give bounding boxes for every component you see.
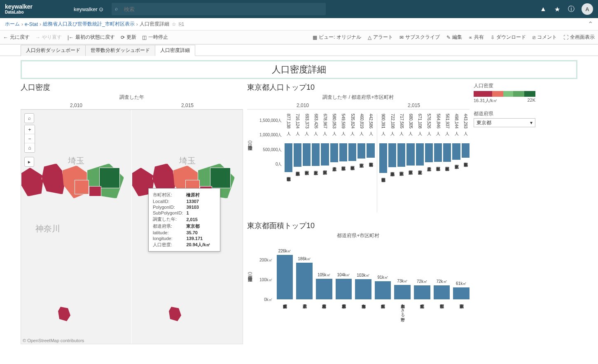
bar-value-label: 72k㎡	[417, 279, 427, 285]
bar[interactable]: 443,293人 東京都葛飾区	[462, 114, 470, 196]
bar[interactable]: 678,967人 東京都江戸川区	[321, 114, 329, 204]
undo-label: 元に戻す	[10, 34, 30, 41]
bar[interactable]: 61k㎡ 東京都大田区	[453, 247, 470, 334]
bar[interactable]: 580,053人 東京都八王子市	[330, 114, 338, 201]
bar-value-label: 722,108人	[390, 114, 395, 142]
star-icon[interactable]: ★	[554, 5, 561, 13]
bar[interactable]: 442,586人 東京都葛飾区	[367, 114, 374, 196]
refresh-label: 更新	[126, 34, 136, 41]
bar-value-label: 580,053人	[331, 114, 337, 142]
bar-value-label: 104k㎡	[337, 272, 350, 278]
pause-button[interactable]: ◫一時停止	[142, 34, 168, 41]
zoom-in-button[interactable]: +	[25, 125, 35, 134]
bar[interactable]: 693,373人 東京都大田区	[303, 114, 311, 205]
tab-density-detail[interactable]: 人口密度詳細	[155, 45, 195, 56]
bar[interactable]: 460,819人 東京都江東区	[357, 114, 365, 197]
bar[interactable]: 498,144人 東京都江東区	[452, 114, 460, 198]
collapse-icon[interactable]: ⌃	[588, 20, 593, 28]
bar-category-label: 東京都足立区	[313, 168, 319, 205]
bar[interactable]: 900,391人 東京都世田谷区	[379, 114, 387, 212]
bc-sep: ›	[21, 21, 23, 27]
page-title: 人口密度詳細	[21, 60, 577, 79]
bar-rect	[452, 143, 460, 160]
map-2010[interactable]: 埼玉 神奈川	[21, 110, 132, 344]
bar[interactable]: 683,426人 東京都足立区	[312, 114, 320, 205]
view-label: ビュー: オリジナル	[319, 34, 361, 41]
info-icon[interactable]: ⓘ	[568, 5, 575, 13]
bar[interactable]: 72k㎡ 東京都八丈町	[414, 247, 430, 334]
bar-category-label: 東京都練馬区	[294, 168, 300, 205]
bar-category-label: 東京都江戸川区	[408, 167, 413, 204]
edit-button[interactable]: ✎編集	[446, 34, 462, 41]
alert-icon[interactable]: ▲	[540, 5, 547, 13]
download-icon: ⇩	[491, 35, 495, 40]
subscribe-button[interactable]: ✉サブスクライブ	[399, 34, 440, 41]
filter-value: 東京都	[477, 119, 491, 126]
org-name: keywalker	[74, 6, 98, 12]
chart2[interactable]: 面積(重複排除) 200k㎡ 100k㎡ 0k㎡ 226k㎡ 東京都奥多摩町 1…	[247, 243, 470, 338]
revert-button[interactable]: |←最初の状態に戻す	[68, 34, 115, 41]
map-section-title: 人口密度	[21, 82, 243, 92]
bar[interactable]: 680,305人 東京都江戸川区	[406, 114, 414, 204]
bar[interactable]: 549,569人 東京都杉並区	[339, 114, 347, 200]
share-button[interactable]: ∝共有	[469, 34, 484, 41]
bc-sep: ›	[40, 21, 41, 27]
bar-category-label: 東京都小笠原村	[341, 301, 346, 334]
org-dropdown[interactable]: keywalker ⊙	[74, 6, 103, 12]
bc-l2[interactable]: 総務省人口及び世帯数統計_市町村区表示	[43, 21, 135, 28]
zoom-home-button[interactable]: ⌂	[25, 143, 35, 152]
bar[interactable]: 103k㎡ 東京都青梅市	[355, 247, 371, 334]
bar[interactable]: 105k㎡ 東京都檜原村	[316, 247, 332, 334]
prefecture-filter[interactable]: 東京都 ▾	[474, 118, 535, 127]
island-2015	[169, 307, 181, 321]
bc-home[interactable]: ホーム	[5, 21, 20, 28]
avatar[interactable]: A	[582, 3, 593, 15]
map-zoom-group: + − ⌂	[24, 125, 35, 153]
fullscreen-button[interactable]: ⛶全画面表示	[563, 34, 595, 41]
datasource-icon[interactable]: ⎘1	[179, 21, 185, 27]
bar[interactable]: 91k㎡ 東京都大島町	[375, 247, 391, 334]
bar-category-label: 東京都町田市	[439, 301, 445, 334]
bar[interactable]: 535,824人 東京都板橋区	[348, 114, 356, 200]
search-input[interactable]	[112, 3, 326, 15]
tab-household[interactable]: 世帯数分析ダッシュボード	[85, 45, 155, 56]
bar[interactable]: 564,846人 東京都杉並区	[434, 114, 442, 201]
map-body[interactable]: ⌕ + − ⌂ ▸ 埼玉 神奈川 埼玉	[21, 110, 243, 344]
view-button[interactable]: ▦ビュー: オリジナル	[313, 34, 361, 41]
tab-population[interactable]: 人口分析ダッシュボード	[21, 45, 86, 56]
bar-rect	[330, 143, 338, 162]
bar[interactable]: 671,108人 東京都足立区	[416, 114, 424, 204]
comment-button[interactable]: ⎚コメント	[533, 34, 557, 41]
map-2015[interactable]: 埼玉 市町村区:檜原村 LocalID:13307 PolygonID:3910…	[132, 110, 243, 344]
favorite-icon[interactable]: ☆	[172, 21, 176, 27]
bar[interactable]: 717,565人 東京都大田区	[397, 114, 405, 205]
bar[interactable]: 722,108人 東京都練馬区	[388, 114, 396, 206]
bar[interactable]: 877,138人 東京都世田谷区	[285, 114, 292, 211]
bar-rect	[397, 143, 405, 167]
refresh-button[interactable]: ⟳更新	[121, 34, 136, 41]
map-search-button[interactable]: ⌕	[24, 113, 34, 123]
bar[interactable]: 186k㎡ 東京都八王子市	[296, 247, 313, 334]
undo-button[interactable]: ←元に戻す	[3, 34, 30, 41]
bar[interactable]: 72k㎡ 東京都町田市	[434, 247, 450, 334]
pause-icon: ◫	[142, 35, 147, 40]
bar[interactable]: 73k㎡ 東京都あきる野市	[394, 247, 411, 334]
bar-category-label: 東京都大島町	[380, 301, 386, 334]
bar-rect	[434, 285, 450, 299]
bar[interactable]: 561,937人 東京都板橋区	[443, 114, 451, 201]
bar[interactable]: 226k㎡ 東京都奥多摩町	[277, 247, 293, 334]
bar-rect	[443, 143, 451, 162]
bar[interactable]: 716,124人 東京都練馬区	[294, 114, 301, 205]
bar[interactable]: 576,526人 東京都八王子市	[425, 114, 433, 201]
alert-button[interactable]: △アラート	[368, 34, 393, 41]
chart1-year-2010: 2,010	[297, 102, 309, 109]
map-expand-button[interactable]: ▸	[24, 157, 34, 167]
chart1[interactable]: 人口(重複排除) 1,500,000人 1,000,000人 500,000人 …	[247, 110, 470, 212]
download-button[interactable]: ⇩ダウンロード	[491, 34, 526, 41]
bar-value-label: 561,937人	[444, 114, 450, 142]
bar[interactable]: 104k㎡ 東京都小笠原村	[336, 247, 352, 334]
bc-l1[interactable]: e-Stat	[25, 21, 38, 27]
redo-button[interactable]: →やり直す	[35, 34, 62, 41]
bar-category-label: 東京都奥多摩町	[282, 301, 288, 334]
zoom-out-button[interactable]: −	[25, 134, 35, 143]
